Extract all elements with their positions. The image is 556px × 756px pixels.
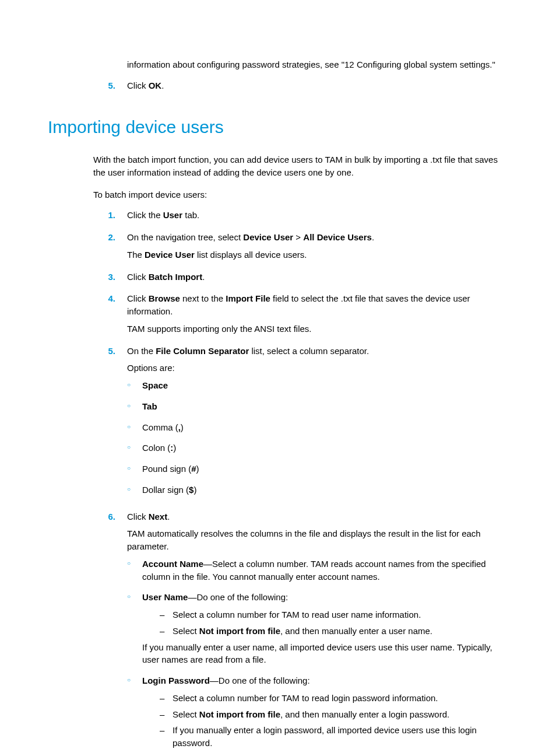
step-item: 2.On the navigation tree, select Device … (93, 231, 508, 266)
step-body: Click Browse next to the Import File fie… (127, 292, 508, 340)
continuation-paragraph: information about configuring password s… (127, 58, 508, 71)
bold-text: User Name (142, 592, 188, 602)
bold-text: Batch Import (149, 272, 203, 282)
prior-step-list: 5.Click OK. (93, 79, 508, 97)
parameter-item: ○User Name—Do one of the following:–Sele… (127, 591, 508, 671)
step-number: 1. (93, 209, 127, 226)
step-number: 5. (93, 79, 127, 97)
bold-text: File Column Separator (156, 346, 249, 356)
step-paragraph: Click Browse next to the Import File fie… (127, 292, 508, 318)
step-paragraph: Options are: (127, 362, 508, 374)
sub-option-text: Select Not import from file, and then ma… (173, 625, 508, 638)
dash-bullet-icon: – (160, 625, 173, 638)
circle-bullet-icon: ○ (127, 558, 142, 588)
step-item: 3.Click Batch Import. (93, 271, 508, 288)
circle-bullet-icon: ○ (127, 484, 142, 501)
sub-option-text: Select Not import from file, and then ma… (173, 708, 508, 721)
step-paragraph: On the File Column Separator list, selec… (127, 345, 508, 358)
option-list: ○Space○Tab○Comma (,)○Colon (:)○Pound sig… (127, 379, 508, 501)
step-paragraph: Click Batch Import. (127, 271, 508, 284)
circle-bullet-icon: ○ (127, 442, 142, 459)
bold-text: : (170, 443, 173, 453)
option-text: Colon (:) (142, 442, 508, 454)
step-body: Click Next.TAM automatically resolves th… (127, 510, 508, 757)
option-text: Tab (142, 400, 508, 413)
step-body: Click Batch Import. (127, 271, 508, 288)
circle-bullet-icon: ○ (127, 674, 142, 753)
circle-bullet-icon: ○ (127, 591, 142, 671)
sub-option-list: –Select a column number for TAM to read … (160, 608, 508, 638)
bold-text: , (178, 422, 181, 432)
parameter-head: User Name—Do one of the following: (142, 591, 508, 604)
bold-text: Browse (149, 293, 180, 303)
parameter-item: ○Login Password—Do one of the following:… (127, 674, 508, 753)
sub-option-item: –Select a column number for TAM to read … (160, 608, 508, 621)
parameter-body: Login Password—Do one of the following:–… (142, 674, 508, 753)
bold-text: # (191, 464, 196, 474)
option-item: ○Space (127, 379, 508, 397)
option-item: ○Pound sign (#) (127, 463, 508, 480)
step-paragraph: TAM automatically resolves the columns i… (127, 527, 508, 553)
circle-bullet-icon: ○ (127, 421, 142, 439)
sub-option-item: –Select Not import from file, and then m… (160, 708, 508, 721)
document-page: information about configuring password s… (0, 0, 556, 756)
sub-option-item: –Select a column number for TAM to read … (160, 692, 508, 705)
option-body: Dollar sign ($) (142, 484, 508, 501)
step-paragraph: On the navigation tree, select Device Us… (127, 231, 508, 244)
bold-text: All Device Users (303, 232, 372, 242)
step-body: Click the User tab. (127, 209, 508, 226)
lead-in-paragraph: To batch import device users: (93, 188, 508, 201)
option-text: Pound sign (#) (142, 463, 508, 475)
step-body: On the navigation tree, select Device Us… (127, 231, 508, 266)
option-item: ○Colon (:) (127, 442, 508, 459)
step-number: 5. (93, 345, 127, 506)
step-paragraph: TAM supports importing only the ANSI tex… (127, 323, 508, 335)
option-body: Space (142, 379, 508, 397)
option-text: Dollar sign ($) (142, 484, 508, 496)
bold-text: Login Password (142, 676, 210, 685)
bold-text: Device User (145, 250, 195, 260)
step-item: 1.Click the User tab. (93, 209, 508, 226)
parameter-body: Account Name—Select a column number. TAM… (142, 558, 508, 588)
step-item: 5.On the File Column Separator list, sel… (93, 345, 508, 506)
section-heading: Importing device users (48, 114, 508, 140)
option-body: Tab (142, 400, 508, 418)
parameter-body: User Name—Do one of the following:–Selec… (142, 591, 508, 671)
bold-text: Device User (243, 232, 293, 242)
step-item: 6.Click Next.TAM automatically resolves … (93, 510, 508, 757)
sub-option-text: Select a column number for TAM to read u… (173, 608, 508, 621)
option-text: Space (142, 379, 508, 392)
dash-bullet-icon: – (160, 724, 173, 750)
parameter-head: Account Name—Select a column number. TAM… (142, 558, 508, 583)
intro-paragraph: With the batch import function, you can … (93, 153, 508, 179)
dash-bullet-icon: – (160, 692, 173, 705)
sub-option-list: –Select a column number for TAM to read … (160, 692, 508, 750)
sub-option-item: –Select Not import from file, and then m… (160, 625, 508, 638)
option-item: ○Comma (,) (127, 421, 508, 439)
option-body: Colon (:) (142, 442, 508, 459)
step-paragraph: Click the User tab. (127, 209, 508, 222)
option-item: ○Dollar sign ($) (127, 484, 508, 501)
step-item: 4.Click Browse next to the Import File f… (93, 292, 508, 340)
bold-text: User (163, 210, 182, 220)
sub-option-text: Select a column number for TAM to read l… (173, 692, 508, 705)
step-paragraph: Click Next. (127, 510, 508, 523)
bold-text: Next (149, 512, 168, 522)
parameter-head: Login Password—Do one of the following: (142, 674, 508, 687)
sub-option-text: If you manually enter a login password, … (173, 724, 508, 750)
step-item: 5.Click OK. (93, 79, 508, 97)
parameter-item: ○Account Name—Select a column number. TA… (127, 558, 508, 588)
step-body: Click OK. (127, 79, 508, 97)
step-paragraph: The Device User list displays all device… (127, 249, 508, 261)
option-body: Comma (,) (142, 421, 508, 439)
option-text: Comma (,) (142, 421, 508, 434)
circle-bullet-icon: ○ (127, 379, 142, 397)
dash-bullet-icon: – (160, 708, 173, 721)
circle-bullet-icon: ○ (127, 400, 142, 418)
bold-text: Import File (226, 293, 270, 303)
step-number: 4. (93, 292, 127, 340)
step-paragraph: Click OK. (127, 79, 508, 92)
step-number: 3. (93, 271, 127, 288)
step-body: On the File Column Separator list, selec… (127, 345, 508, 506)
bold-text: Space (142, 380, 168, 390)
